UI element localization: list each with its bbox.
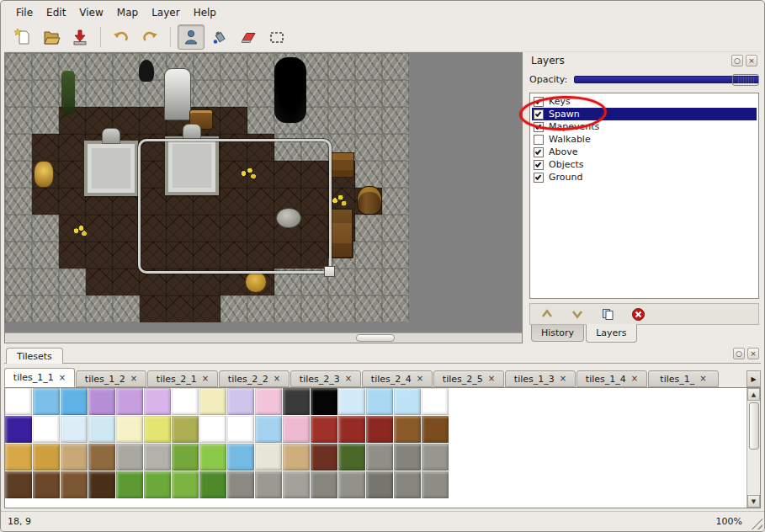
tileset-tile[interactable]	[199, 471, 226, 498]
close-icon[interactable]: ×	[130, 375, 137, 383]
tileset-tile[interactable]	[422, 444, 449, 471]
close-icon[interactable]: ×	[631, 375, 638, 383]
panel-close-button[interactable]: ×	[747, 348, 759, 359]
eraser-tool-button[interactable]	[235, 24, 262, 50]
tileset-tile[interactable]	[283, 416, 310, 443]
layer-visibility-checkbox[interactable]	[534, 97, 544, 107]
tileset-tile[interactable]	[227, 471, 254, 498]
tileset-tab[interactable]: tiles_2_4×	[362, 370, 433, 387]
tileset-tile[interactable]	[172, 444, 199, 471]
tileset-tile[interactable]	[88, 388, 115, 415]
tileset-tab[interactable]: tiles_2_5×	[433, 370, 504, 387]
map-canvas[interactable]	[5, 53, 409, 322]
undo-button[interactable]	[108, 24, 135, 50]
tilesets-panel-title[interactable]: Tilesets	[6, 348, 63, 364]
layer-row[interactable]: Spawn	[532, 108, 757, 120]
tileset-tile[interactable]	[33, 471, 60, 498]
tileset-tile[interactable]	[88, 471, 115, 498]
tileset-tile[interactable]	[366, 444, 393, 471]
tileset-tile[interactable]	[366, 388, 393, 415]
layer-lower-button[interactable]	[569, 306, 586, 322]
tileset-tile[interactable]	[311, 444, 337, 471]
tileset-tile[interactable]	[144, 471, 171, 498]
tileset-tile[interactable]	[394, 471, 421, 498]
tileset-tab[interactable]: tiles_2_3×	[290, 370, 361, 387]
layer-row[interactable]: Ground	[532, 171, 757, 184]
layer-visibility-checkbox[interactable]	[534, 109, 544, 120]
tileset-tile[interactable]	[61, 388, 88, 415]
tileset-tile[interactable]	[394, 444, 421, 471]
redo-button[interactable]	[136, 24, 163, 50]
tileset-tile[interactable]	[338, 444, 365, 471]
menu-file[interactable]: File	[9, 5, 40, 20]
menu-edit[interactable]: Edit	[40, 5, 72, 20]
tileset-tile[interactable]	[255, 416, 282, 443]
tileset-tile[interactable]	[422, 471, 449, 498]
map-horizontal-scrollbar[interactable]	[5, 332, 522, 343]
tileset-tile[interactable]	[61, 444, 88, 471]
tileset-tile[interactable]	[172, 388, 199, 415]
layer-visibility-checkbox[interactable]	[534, 147, 544, 157]
layer-row[interactable]: Mapevents	[532, 120, 757, 133]
tileset-grid[interactable]	[5, 388, 746, 508]
menu-layer[interactable]: Layer	[145, 5, 186, 20]
close-icon[interactable]: ×	[699, 375, 706, 383]
scroll-up-button[interactable]: ▲	[747, 388, 760, 401]
tileset-tile[interactable]	[227, 416, 254, 443]
map-selection-rectangle[interactable]	[138, 139, 332, 274]
tileset-tile[interactable]	[311, 416, 337, 443]
scrollbar-thumb[interactable]	[749, 402, 759, 450]
tileset-tab[interactable]: tiles_1_3×	[505, 370, 576, 387]
layer-visibility-checkbox[interactable]	[534, 122, 544, 132]
close-icon[interactable]: ×	[59, 374, 66, 382]
tileset-tile[interactable]	[366, 471, 393, 498]
open-button[interactable]	[38, 24, 65, 50]
tileset-tile[interactable]	[116, 471, 143, 498]
close-icon[interactable]: ×	[560, 375, 566, 383]
tileset-tile[interactable]	[338, 471, 365, 498]
menu-help[interactable]: Help	[187, 5, 223, 20]
close-icon[interactable]: ×	[417, 375, 423, 383]
tileset-tile[interactable]	[199, 388, 226, 415]
map-viewport[interactable]	[5, 53, 522, 332]
tileset-tile[interactable]	[227, 444, 254, 471]
menu-map[interactable]: Map	[110, 5, 145, 20]
tileset-tile[interactable]	[5, 444, 32, 471]
tileset-tab[interactable]: tiles_2_1×	[147, 370, 218, 387]
panel-close-button[interactable]: ×	[746, 55, 757, 66]
tileset-tab[interactable]: tiles_1_2×	[76, 370, 146, 387]
opacity-slider[interactable]	[574, 76, 759, 83]
tileset-tile[interactable]	[172, 416, 199, 443]
tileset-tab[interactable]: tiles_1_×	[648, 370, 719, 387]
tileset-tile[interactable]	[283, 388, 310, 415]
layer-row[interactable]: Above	[532, 146, 757, 158]
close-icon[interactable]: ×	[488, 375, 495, 383]
tileset-tile[interactable]	[5, 416, 32, 443]
tileset-tile[interactable]	[199, 416, 226, 443]
tileset-tile[interactable]	[61, 416, 88, 443]
close-icon[interactable]: ×	[345, 375, 352, 383]
tileset-tile[interactable]	[33, 416, 60, 443]
tileset-tile[interactable]	[283, 471, 310, 498]
select-tool-button[interactable]	[263, 24, 290, 50]
stamp-tool-button[interactable]	[178, 24, 205, 50]
layer-list[interactable]: KeysSpawnMapeventsWalkableAboveObjectsGr…	[529, 93, 759, 299]
layer-row[interactable]: Objects	[532, 158, 757, 171]
tileset-tile[interactable]	[422, 416, 449, 443]
tileset-tile[interactable]	[394, 388, 421, 415]
tileset-tab[interactable]: tiles_1_4×	[576, 370, 647, 387]
tileset-tile[interactable]	[255, 471, 282, 498]
tileset-tile[interactable]	[255, 388, 282, 415]
layer-visibility-checkbox[interactable]	[534, 173, 544, 183]
layer-row[interactable]: Walkable	[532, 133, 757, 146]
tileset-tile[interactable]	[366, 416, 393, 443]
layer-visibility-checkbox[interactable]	[534, 135, 544, 145]
layer-raise-button[interactable]	[539, 306, 555, 322]
tileset-tile[interactable]	[227, 388, 254, 415]
tileset-tile[interactable]	[88, 444, 115, 471]
tileset-tile[interactable]	[33, 444, 60, 471]
panel-float-button[interactable]: ○	[731, 55, 743, 66]
tileset-tile[interactable]	[5, 471, 32, 498]
tileset-tile[interactable]	[311, 388, 337, 415]
tileset-tile[interactable]	[338, 388, 365, 415]
